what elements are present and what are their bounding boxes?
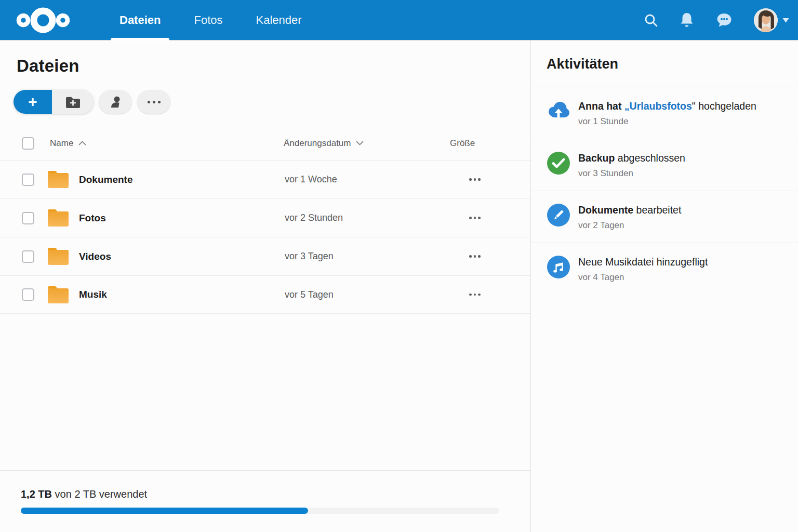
more-actions-button[interactable] <box>137 90 170 114</box>
row-more-icon[interactable] <box>467 289 483 300</box>
check-icon <box>547 152 570 175</box>
sidebar-title: Aktivitäten <box>547 56 798 72</box>
storage-progress-track <box>21 508 499 514</box>
activity-time: vor 2 Tagen <box>578 220 681 231</box>
select-all-checkbox[interactable] <box>22 137 34 150</box>
cloud-upload-icon <box>547 100 570 122</box>
new-split-button: + <box>14 90 94 114</box>
tab-dateien[interactable]: Dateien <box>111 0 169 41</box>
column-header-size[interactable]: Größe <box>450 138 530 149</box>
file-row-musik[interactable]: Musik vor 5 Tagen <box>0 275 530 314</box>
folder-icon <box>47 208 70 228</box>
share-button[interactable] <box>99 90 132 114</box>
activity-title: Neue Musikdatei hinzugefligt <box>578 256 708 269</box>
content-area: Dateien + <box>0 41 798 532</box>
tab-label: Kalender <box>256 14 302 27</box>
files-toolbar: + <box>14 90 530 114</box>
topbar-actions <box>644 0 790 41</box>
column-header-modified[interactable]: Änderungsdatum <box>284 138 450 149</box>
app-window: Dateien Fotos Kalender <box>0 0 798 532</box>
activity-time: vor 1 Stunde <box>578 116 756 127</box>
nextcloud-logo[interactable] <box>15 5 72 36</box>
activity-sidebar: Aktivitäten An <box>530 41 798 532</box>
folder-add-icon <box>65 95 81 109</box>
activity-item-backup: Backup abgeschlossen vor 3 Stunden <box>531 139 798 191</box>
activity-time: vor 4 Tagen <box>578 272 708 283</box>
file-table: Name Änderungsdatum Größe <box>0 126 530 314</box>
folder-icon <box>47 285 70 304</box>
new-button[interactable]: + <box>14 90 52 114</box>
search-icon[interactable] <box>644 13 658 28</box>
tab-kalender[interactable]: Kalender <box>247 0 311 41</box>
sidebar-header: Aktivitäten <box>531 41 798 87</box>
file-name[interactable]: Videos <box>79 251 111 262</box>
file-row-dokumente[interactable]: Dokumente vor 1 Woche <box>0 160 530 198</box>
tab-label: Dateien <box>119 14 161 27</box>
tab-label: Fotos <box>194 14 222 27</box>
row-checkbox[interactable] <box>22 250 34 263</box>
row-more-icon[interactable] <box>467 251 483 262</box>
file-name[interactable]: Musik <box>79 289 107 300</box>
user-menu[interactable] <box>754 8 790 32</box>
activity-item-music: Neue Musikdatei hinzugefligt vor 4 Tagen <box>531 243 798 295</box>
column-header-name[interactable]: Name <box>47 138 284 149</box>
page-title: Dateien <box>17 56 530 76</box>
storage-label: 1,2 TB von 2 TB verwendet <box>21 488 510 500</box>
avatar[interactable] <box>754 8 778 32</box>
activity-title: Dokumente bearbeitet <box>578 204 681 217</box>
urlaubsfotos-link[interactable]: „Urlaubsfotos <box>624 100 692 112</box>
file-modified: vor 1 Woche <box>284 174 450 185</box>
file-modified: vor 5 Tagen <box>284 289 450 300</box>
file-name[interactable]: Dokumente <box>79 174 132 185</box>
files-panel: Dateien + <box>0 41 530 532</box>
file-modified: vor 3 Tagen <box>284 251 450 262</box>
pencil-icon <box>547 204 570 227</box>
logo-rings-icon <box>16 6 70 35</box>
activity-item-edit: Dokumente bearbeitet vor 2 Tagen <box>531 191 798 243</box>
file-name[interactable]: Fotos <box>79 212 106 224</box>
storage-footer: 1,2 TB von 2 TB verwendet <box>0 470 530 532</box>
storage-detail: von 2 TB verwendet <box>55 488 148 500</box>
table-header-row: Name Änderungsdatum Größe <box>0 126 530 160</box>
folder-icon <box>47 247 70 266</box>
activity-time: vor 3 Stunden <box>578 168 685 179</box>
caret-down-icon[interactable] <box>782 18 790 23</box>
tab-fotos[interactable]: Fotos <box>185 0 231 41</box>
row-checkbox[interactable] <box>22 288 34 301</box>
activity-item-upload: Anna hat „Urlaubsfotos" hochgeladen vor … <box>531 87 798 139</box>
topbar: Dateien Fotos Kalender <box>0 0 798 41</box>
bell-icon[interactable] <box>679 12 695 29</box>
row-checkbox[interactable] <box>22 212 34 224</box>
activity-title: Backup abgeschlossen <box>578 152 685 165</box>
sort-asc-icon <box>78 141 86 145</box>
file-row-videos[interactable]: Videos vor 3 Tagen <box>0 237 530 275</box>
chat-icon[interactable] <box>715 12 733 28</box>
main-nav: Dateien Fotos Kalender <box>111 0 311 41</box>
storage-used: 1,2 TB <box>21 488 52 500</box>
person-icon <box>108 95 123 109</box>
row-checkbox[interactable] <box>22 174 34 186</box>
more-icon <box>148 101 161 103</box>
row-more-icon[interactable] <box>467 174 483 185</box>
new-folder-button[interactable] <box>52 90 94 114</box>
file-modified: vor 2 Stunden <box>284 212 450 223</box>
storage-progress-fill <box>21 508 308 514</box>
file-row-fotos[interactable]: Fotos vor 2 Stunden <box>0 198 530 237</box>
activity-title: Anna hat „Urlaubsfotos" hochgeladen <box>578 100 756 113</box>
folder-icon <box>47 170 70 189</box>
sort-desc-icon <box>356 141 364 145</box>
music-icon <box>547 256 570 278</box>
row-more-icon[interactable] <box>467 212 483 223</box>
